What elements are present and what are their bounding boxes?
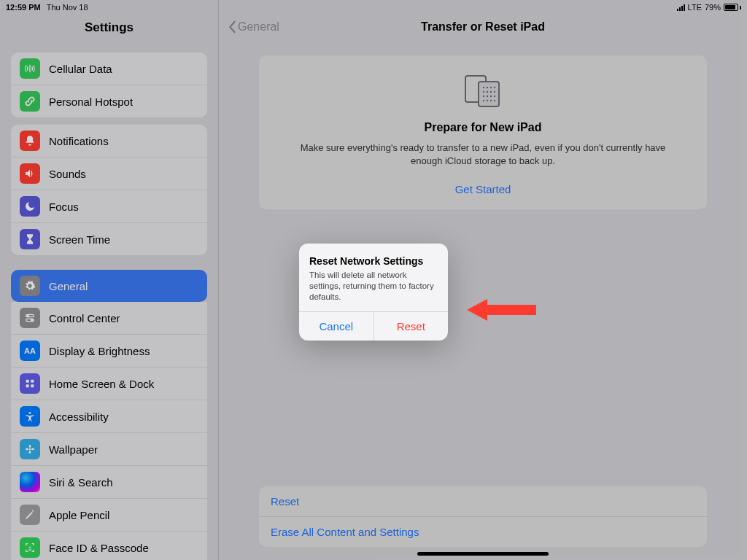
status-bar: 12:59 PM Thu Nov 18 LTE 79% xyxy=(0,0,747,15)
battery-pct: 79% xyxy=(705,3,721,12)
svg-marker-34 xyxy=(467,299,536,321)
carrier-label: LTE xyxy=(688,3,702,12)
reset-network-alert: Reset Network Settings This will delete … xyxy=(299,244,448,341)
status-date: Thu Nov 18 xyxy=(47,3,88,12)
status-time: 12:59 PM xyxy=(6,3,41,12)
cancel-button[interactable]: Cancel xyxy=(299,312,374,341)
reset-button[interactable]: Reset xyxy=(374,312,449,341)
alert-message: This will delete all network settings, r… xyxy=(309,270,438,303)
cell-signal-icon xyxy=(677,4,685,11)
annotation-arrow-icon xyxy=(467,297,536,326)
battery-icon xyxy=(724,4,741,11)
alert-title: Reset Network Settings xyxy=(309,255,438,267)
